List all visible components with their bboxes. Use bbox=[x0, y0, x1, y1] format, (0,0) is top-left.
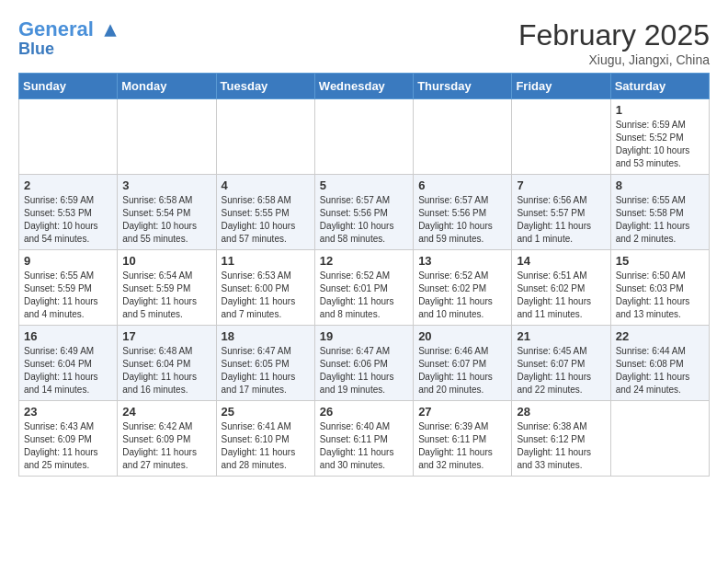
day-number: 8 bbox=[616, 178, 704, 192]
weekday-header-thursday: Thursday bbox=[414, 74, 512, 99]
day-info: Sunrise: 6:52 AM Sunset: 6:02 PM Dayligh… bbox=[418, 270, 506, 321]
calendar-week-2: 2Sunrise: 6:59 AM Sunset: 5:53 PM Daylig… bbox=[19, 175, 710, 250]
day-number: 1 bbox=[616, 103, 704, 117]
weekday-header-tuesday: Tuesday bbox=[216, 74, 314, 99]
calendar-cell: 2Sunrise: 6:59 AM Sunset: 5:53 PM Daylig… bbox=[19, 175, 118, 250]
day-info: Sunrise: 6:48 AM Sunset: 6:04 PM Dayligh… bbox=[122, 345, 210, 396]
day-number: 21 bbox=[517, 329, 605, 343]
calendar-week-5: 23Sunrise: 6:43 AM Sunset: 6:09 PM Dayli… bbox=[19, 401, 710, 477]
day-info: Sunrise: 6:50 AM Sunset: 6:03 PM Dayligh… bbox=[616, 270, 704, 321]
calendar-cell: 24Sunrise: 6:42 AM Sunset: 6:09 PM Dayli… bbox=[118, 401, 216, 477]
day-number: 6 bbox=[418, 178, 506, 192]
weekday-row: SundayMondayTuesdayWednesdayThursdayFrid… bbox=[19, 74, 710, 99]
day-number: 5 bbox=[320, 178, 408, 192]
day-info: Sunrise: 6:54 AM Sunset: 5:59 PM Dayligh… bbox=[122, 270, 210, 321]
day-info: Sunrise: 6:59 AM Sunset: 5:52 PM Dayligh… bbox=[616, 119, 704, 170]
title-block: February 2025 Xiugu, Jiangxi, China bbox=[518, 18, 710, 67]
calendar-cell: 17Sunrise: 6:48 AM Sunset: 6:04 PM Dayli… bbox=[118, 326, 216, 401]
day-number: 27 bbox=[418, 405, 506, 419]
day-number: 20 bbox=[418, 329, 506, 343]
calendar-cell: 28Sunrise: 6:38 AM Sunset: 6:12 PM Dayli… bbox=[512, 401, 610, 477]
day-number: 28 bbox=[517, 405, 605, 419]
calendar-cell: 15Sunrise: 6:50 AM Sunset: 6:03 PM Dayli… bbox=[610, 250, 709, 326]
day-number: 13 bbox=[418, 254, 506, 268]
day-info: Sunrise: 6:53 AM Sunset: 6:00 PM Dayligh… bbox=[222, 270, 310, 321]
calendar-cell: 5Sunrise: 6:57 AM Sunset: 5:56 PM Daylig… bbox=[314, 175, 413, 250]
page-header: General Blue February 2025 Xiugu, Jiangx… bbox=[18, 18, 710, 67]
calendar-cell: 7Sunrise: 6:56 AM Sunset: 5:57 PM Daylig… bbox=[512, 175, 610, 250]
day-info: Sunrise: 6:43 AM Sunset: 6:09 PM Dayligh… bbox=[24, 420, 112, 472]
calendar-cell: 20Sunrise: 6:46 AM Sunset: 6:07 PM Dayli… bbox=[414, 326, 512, 401]
calendar-cell: 27Sunrise: 6:39 AM Sunset: 6:11 PM Dayli… bbox=[414, 401, 512, 477]
calendar-cell bbox=[216, 99, 314, 175]
logo-text: General bbox=[18, 18, 119, 40]
svg-marker-0 bbox=[104, 25, 116, 37]
day-info: Sunrise: 6:47 AM Sunset: 6:06 PM Dayligh… bbox=[320, 345, 408, 396]
day-number: 14 bbox=[517, 254, 605, 268]
day-info: Sunrise: 6:55 AM Sunset: 5:58 PM Dayligh… bbox=[616, 194, 704, 246]
calendar-cell bbox=[314, 99, 413, 175]
day-info: Sunrise: 6:46 AM Sunset: 6:07 PM Dayligh… bbox=[418, 345, 506, 396]
day-info: Sunrise: 6:57 AM Sunset: 5:56 PM Dayligh… bbox=[418, 194, 506, 246]
day-info: Sunrise: 6:38 AM Sunset: 6:12 PM Dayligh… bbox=[517, 420, 605, 472]
weekday-header-monday: Monday bbox=[118, 74, 216, 99]
calendar-cell: 3Sunrise: 6:58 AM Sunset: 5:54 PM Daylig… bbox=[118, 175, 216, 250]
day-number: 11 bbox=[222, 254, 310, 268]
day-number: 22 bbox=[616, 329, 704, 343]
calendar-cell: 22Sunrise: 6:44 AM Sunset: 6:08 PM Dayli… bbox=[610, 326, 709, 401]
calendar-week-1: 1Sunrise: 6:59 AM Sunset: 5:52 PM Daylig… bbox=[19, 99, 710, 175]
day-number: 24 bbox=[122, 405, 210, 419]
calendar-cell: 18Sunrise: 6:47 AM Sunset: 6:05 PM Dayli… bbox=[216, 326, 314, 401]
calendar-cell bbox=[512, 99, 610, 175]
calendar-table: SundayMondayTuesdayWednesdayThursdayFrid… bbox=[18, 73, 710, 477]
weekday-header-sunday: Sunday bbox=[19, 74, 118, 99]
calendar-cell: 26Sunrise: 6:40 AM Sunset: 6:11 PM Dayli… bbox=[314, 401, 413, 477]
calendar-cell: 21Sunrise: 6:45 AM Sunset: 6:07 PM Dayli… bbox=[512, 326, 610, 401]
day-info: Sunrise: 6:39 AM Sunset: 6:11 PM Dayligh… bbox=[418, 420, 506, 472]
month-title: February 2025 bbox=[518, 18, 710, 52]
day-info: Sunrise: 6:49 AM Sunset: 6:04 PM Dayligh… bbox=[24, 345, 112, 396]
day-info: Sunrise: 6:44 AM Sunset: 6:08 PM Dayligh… bbox=[616, 345, 704, 396]
calendar-cell bbox=[19, 99, 118, 175]
calendar-header: SundayMondayTuesdayWednesdayThursdayFrid… bbox=[19, 74, 710, 99]
calendar-cell: 10Sunrise: 6:54 AM Sunset: 5:59 PM Dayli… bbox=[118, 250, 216, 326]
calendar-cell: 23Sunrise: 6:43 AM Sunset: 6:09 PM Dayli… bbox=[19, 401, 118, 477]
calendar-cell bbox=[118, 99, 216, 175]
calendar-cell: 12Sunrise: 6:52 AM Sunset: 6:01 PM Dayli… bbox=[314, 250, 413, 326]
logo: General Blue bbox=[18, 18, 119, 59]
day-number: 16 bbox=[24, 329, 112, 343]
day-info: Sunrise: 6:57 AM Sunset: 5:56 PM Dayligh… bbox=[320, 194, 408, 246]
day-number: 18 bbox=[222, 329, 310, 343]
day-number: 25 bbox=[222, 405, 310, 419]
day-number: 4 bbox=[222, 178, 310, 192]
location: Xiugu, Jiangxi, China bbox=[518, 52, 710, 67]
calendar-cell: 19Sunrise: 6:47 AM Sunset: 6:06 PM Dayli… bbox=[314, 326, 413, 401]
day-number: 12 bbox=[320, 254, 408, 268]
day-info: Sunrise: 6:41 AM Sunset: 6:10 PM Dayligh… bbox=[222, 420, 310, 472]
day-info: Sunrise: 6:40 AM Sunset: 6:11 PM Dayligh… bbox=[320, 420, 408, 472]
day-number: 7 bbox=[517, 178, 605, 192]
calendar-cell: 25Sunrise: 6:41 AM Sunset: 6:10 PM Dayli… bbox=[216, 401, 314, 477]
weekday-header-wednesday: Wednesday bbox=[314, 74, 413, 99]
logo-blue-text: Blue bbox=[18, 40, 119, 59]
day-number: 3 bbox=[122, 178, 210, 192]
calendar-cell: 1Sunrise: 6:59 AM Sunset: 5:52 PM Daylig… bbox=[610, 99, 709, 175]
calendar-cell bbox=[414, 99, 512, 175]
day-number: 15 bbox=[616, 254, 704, 268]
calendar-cell: 9Sunrise: 6:55 AM Sunset: 5:59 PM Daylig… bbox=[19, 250, 118, 326]
day-number: 23 bbox=[24, 405, 112, 419]
day-info: Sunrise: 6:59 AM Sunset: 5:53 PM Dayligh… bbox=[24, 194, 112, 246]
day-number: 2 bbox=[24, 178, 112, 192]
day-number: 10 bbox=[122, 254, 210, 268]
day-info: Sunrise: 6:42 AM Sunset: 6:09 PM Dayligh… bbox=[122, 420, 210, 472]
day-info: Sunrise: 6:45 AM Sunset: 6:07 PM Dayligh… bbox=[517, 345, 605, 396]
day-info: Sunrise: 6:55 AM Sunset: 5:59 PM Dayligh… bbox=[24, 270, 112, 321]
day-number: 9 bbox=[24, 254, 112, 268]
day-info: Sunrise: 6:58 AM Sunset: 5:55 PM Dayligh… bbox=[222, 194, 310, 246]
calendar-cell: 4Sunrise: 6:58 AM Sunset: 5:55 PM Daylig… bbox=[216, 175, 314, 250]
calendar-cell: 6Sunrise: 6:57 AM Sunset: 5:56 PM Daylig… bbox=[414, 175, 512, 250]
day-number: 19 bbox=[320, 329, 408, 343]
calendar-body: 1Sunrise: 6:59 AM Sunset: 5:52 PM Daylig… bbox=[19, 99, 710, 477]
day-number: 26 bbox=[320, 405, 408, 419]
calendar-cell: 11Sunrise: 6:53 AM Sunset: 6:00 PM Dayli… bbox=[216, 250, 314, 326]
